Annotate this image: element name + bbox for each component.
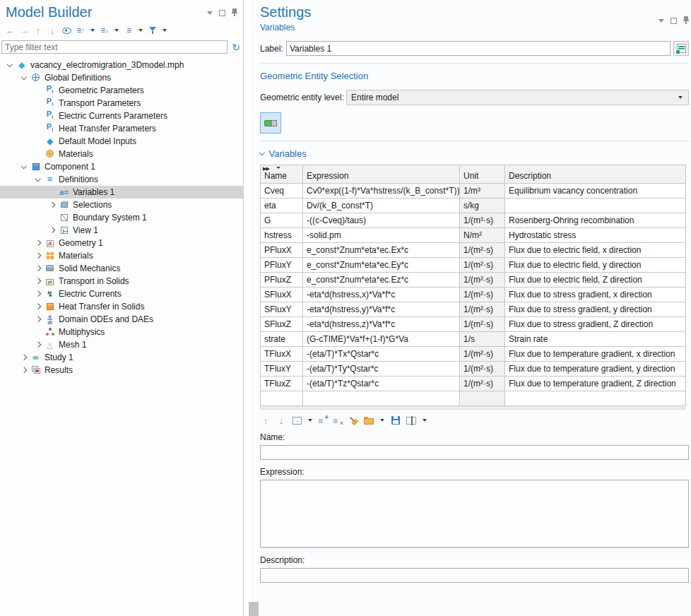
collapse-all-caret-icon[interactable] (114, 29, 119, 32)
cell-description[interactable]: Flux due to temperature gradient, x dire… (505, 347, 686, 362)
cell-name[interactable]: G (261, 213, 303, 228)
tree-item-variables-1[interactable]: a=Variables 1 (0, 186, 243, 199)
settings-breadcrumb[interactable]: Variables (260, 23, 311, 32)
expand-chevron-icon[interactable] (33, 254, 43, 258)
move-to-icon[interactable]: → (291, 415, 302, 426)
cell-expression[interactable]: -(eta/T)*Tz*Qstar*c (303, 377, 460, 391)
cell-name[interactable]: TFluxX (261, 347, 303, 362)
cell-expression[interactable]: Dv/(k_B_const*T) (303, 199, 460, 213)
pin-icon[interactable] (232, 8, 237, 17)
tree-item-selections[interactable]: Selections (0, 199, 243, 211)
table-row[interactable] (261, 391, 686, 406)
active-selection-toggle-button[interactable] (260, 112, 281, 134)
collapse-chevron-icon[interactable] (207, 11, 213, 15)
tree-item-geometric-parameters[interactable]: PiGeometric Parameters (0, 84, 243, 97)
cell-description[interactable]: Flux due to temperature gradient, y dire… (505, 362, 686, 377)
tree-item-definitions[interactable]: ≡Definitions (0, 173, 243, 186)
expand-chevron-icon[interactable] (4, 64, 15, 66)
show-icon[interactable] (61, 25, 72, 36)
cell-name[interactable]: PFluxY (261, 258, 303, 273)
filter-icon[interactable] (147, 25, 158, 36)
tree-item-multiphysics[interactable]: Multiphysics (0, 326, 243, 338)
cell-expression[interactable]: -((c-Cveq)/taus) (303, 213, 460, 228)
cell-name[interactable]: Cveq (261, 184, 303, 199)
move-to-caret-icon[interactable] (308, 419, 312, 422)
refresh-icon[interactable]: ↻ (232, 42, 240, 53)
cell-description[interactable]: Flux due to stress gradient, x direction (505, 288, 686, 302)
table-scrollbar[interactable] (260, 406, 685, 410)
load-caret-icon[interactable] (380, 419, 384, 422)
show-name-button[interactable] (673, 41, 689, 56)
tree-item-geometry-1[interactable]: AGeometry 1 (0, 237, 243, 249)
table-row[interactable]: TFluxZ-(eta/T)*Tz*Qstar*c1/(m²·s)Flux du… (261, 377, 686, 391)
expand-chevron-icon[interactable] (18, 368, 29, 372)
cell-unit[interactable]: 1/(m²·s) (460, 288, 505, 302)
cell-description[interactable]: Equilibrium vacancy concentration (505, 184, 686, 199)
pin-icon[interactable] (683, 16, 689, 25)
table-row[interactable]: PFluxZe_const*Znum*eta*ec.Ez*c1/(m²·s)Fl… (261, 273, 686, 288)
expand-chevron-icon[interactable] (33, 279, 43, 283)
cell-expression[interactable]: Cv0*exp((1-f)*Va*hstress/(k_B_const*T)) (303, 184, 460, 199)
back-icon[interactable]: ← (4, 25, 16, 36)
table-row[interactable]: TFluxX-(eta/T)*Tx*Qstar*c1/(m²·s)Flux du… (261, 347, 686, 362)
cell-expression[interactable]: (G-cTIME)*Va*f+(1-f)*G*Va (303, 332, 460, 347)
table-row[interactable]: etaDv/(k_B_const*T)s/kg (261, 199, 686, 213)
expand-all-caret-icon[interactable] (90, 29, 95, 32)
tree-item-materials[interactable]: Materials (0, 249, 243, 262)
expand-chevron-icon[interactable] (33, 266, 43, 271)
variables-table[interactable]: ▶▶NameExpressionUnitDescription CveqCv0*… (260, 165, 686, 406)
float-window-icon[interactable] (219, 10, 225, 16)
column-header-unit[interactable]: Unit (460, 165, 505, 184)
model-tree-node-text-icon[interactable]: ≡ (123, 25, 134, 36)
cell-unit[interactable]: 1/s (460, 332, 505, 347)
tree-item-materials[interactable]: Materials (0, 148, 243, 160)
expression-input[interactable] (260, 480, 689, 548)
cell-unit[interactable]: 1/(m²·s) (460, 377, 505, 391)
move-down-icon[interactable]: ↓ (276, 415, 287, 426)
cell-expression[interactable]: -eta*d(hstress,x)*Va*f*c (303, 288, 460, 302)
cell-description[interactable]: Flux due to electric field, x direction (505, 243, 686, 258)
table-row[interactable]: SFluxY-eta*d(hstress,y)*Va*f*c1/(m²·s)Fl… (261, 302, 686, 317)
expand-chevron-icon[interactable] (18, 355, 29, 360)
cell-name[interactable]: eta (261, 199, 303, 213)
cell-expression[interactable]: -(eta/T)*Ty*Qstar*c (303, 362, 460, 377)
tree-item-results[interactable]: Results (0, 364, 243, 377)
tree-item-view-1[interactable]: View 1 (0, 224, 243, 237)
variables-section-heading[interactable]: Variables (269, 148, 307, 159)
expand-chevron-icon[interactable] (47, 228, 57, 232)
tree-item-solid-mechanics[interactable]: Solid Mechanics (0, 262, 243, 275)
cell-name[interactable]: PFluxX (261, 243, 303, 258)
table-row[interactable]: PFluxXe_const*Znum*eta*ec.Ex*c1/(m²·s)Fl… (261, 243, 686, 258)
add-row-icon[interactable]: ≡+ (318, 415, 329, 425)
expand-chevron-icon[interactable] (33, 178, 43, 181)
cell-unit[interactable]: 1/(m³·s) (460, 213, 505, 228)
expand-columns-icon[interactable]: ▶▶ (263, 166, 269, 172)
cell-unit[interactable]: 1/(m²·s) (460, 302, 505, 317)
expand-chevron-icon[interactable] (47, 203, 57, 207)
cell-expression[interactable]: e_const*Znum*eta*ec.Ez*c (303, 273, 460, 288)
cell-expression[interactable]: -solid.pm (303, 228, 460, 243)
column-header-expression[interactable]: Expression (303, 165, 460, 184)
cell-unit[interactable]: 1/(m²·s) (460, 347, 505, 362)
cell-unit[interactable]: 1/(m²·s) (460, 317, 505, 332)
expand-chevron-icon[interactable] (33, 304, 43, 309)
geometric-entity-level-select[interactable]: Entire model (346, 90, 689, 105)
cell-name[interactable]: TFluxY (261, 362, 303, 377)
tree-item-electric-currents-parameters[interactable]: PiElectric Currents Parameters (0, 109, 243, 122)
filter-caret-icon[interactable] (163, 29, 167, 32)
cell-unit[interactable]: 1/(m²·s) (460, 258, 505, 273)
move-up-icon[interactable]: ↑ (260, 415, 271, 426)
tree-item-study-1[interactable]: ∞Study 1 (0, 351, 243, 364)
cell-description[interactable]: Flux due to electric field, y direction (505, 258, 686, 273)
tree-item-heat-transfer-parameters[interactable]: PiHeat Transfer Parameters (0, 122, 243, 135)
expand-all-icon[interactable]: ≡↑ (75, 25, 86, 36)
cell-expression[interactable] (303, 391, 460, 406)
table-row[interactable]: SFluxX-eta*d(hstress,x)*Va*f*c1/(m²·s)Fl… (261, 288, 686, 302)
cell-unit[interactable]: 1/(m²·s) (460, 243, 505, 258)
tree-item-heat-transfer-in-solids[interactable]: Heat Transfer in Solids (0, 300, 243, 313)
load-from-file-icon[interactable] (363, 415, 374, 426)
field-edit-icon[interactable] (406, 415, 417, 426)
table-row[interactable]: PFluxYe_const*Znum*eta*ec.Ey*c1/(m²·s)Fl… (261, 258, 686, 273)
cell-name[interactable]: SFluxX (261, 288, 303, 302)
cell-description[interactable] (505, 199, 686, 213)
